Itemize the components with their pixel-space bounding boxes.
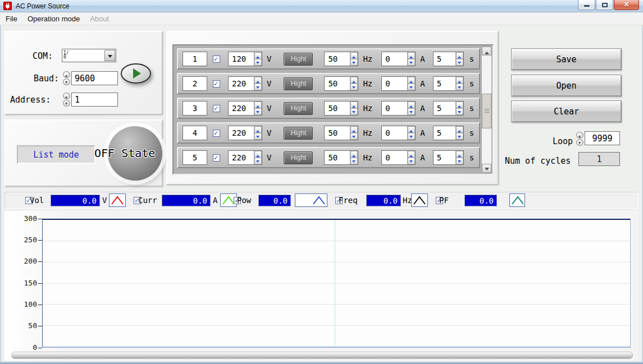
com-dropdown-button[interactable]: [104, 50, 115, 61]
time-value[interactable]: 5: [434, 151, 455, 164]
time-spinner[interactable]: 5: [433, 150, 464, 165]
step-enable-checkbox[interactable]: [213, 56, 220, 63]
spin-up-icon[interactable]: [254, 102, 262, 108]
address-field[interactable]: 1: [71, 93, 118, 107]
address-spinner-arrows[interactable]: [63, 93, 71, 107]
spin-down-icon[interactable]: [350, 59, 358, 66]
hight-range-button[interactable]: Hight: [284, 102, 313, 115]
current-value[interactable]: 0: [382, 77, 407, 90]
current-spinner[interactable]: 0: [381, 126, 416, 140]
frequency-spinner[interactable]: 50: [324, 126, 358, 140]
time-spinner[interactable]: 5: [433, 126, 464, 140]
spin-up-icon[interactable]: [350, 77, 358, 84]
step-enable-checkbox[interactable]: [213, 80, 220, 87]
spin-up-icon[interactable]: [456, 151, 463, 158]
spin-up-icon[interactable]: [456, 52, 463, 59]
frequency-value[interactable]: 50: [325, 151, 350, 164]
save-button[interactable]: Save: [511, 48, 622, 70]
voltage-spinner[interactable]: 220: [228, 101, 262, 116]
scroll-up-icon[interactable]: [482, 47, 491, 56]
spin-up-icon[interactable]: [576, 132, 583, 139]
spin-up-icon[interactable]: [408, 151, 415, 158]
time-spinner[interactable]: 5: [433, 76, 464, 91]
step-index-field[interactable]: 5: [183, 150, 207, 165]
step-list-scrollbar[interactable]: [482, 47, 491, 173]
spin-down-icon[interactable]: [456, 108, 463, 115]
voltage-spinner[interactable]: 220: [228, 150, 262, 165]
scroll-down-icon[interactable]: [482, 164, 491, 173]
loop-spinner-arrows[interactable]: [576, 132, 584, 146]
maximize-button[interactable]: [596, 0, 613, 10]
hight-range-button[interactable]: Hight: [284, 127, 313, 140]
spin-down-icon[interactable]: [456, 59, 463, 66]
time-spinner[interactable]: 5: [433, 101, 464, 116]
scrollbar-thumb[interactable]: [482, 94, 491, 128]
frequency-spinner[interactable]: 50: [324, 150, 358, 165]
step-index-field[interactable]: 2: [183, 76, 207, 91]
loop-field[interactable]: 9999: [585, 131, 620, 145]
spin-down-icon[interactable]: [408, 108, 415, 115]
com-port-combo[interactable]: I/0: [62, 49, 116, 62]
connect-run-button[interactable]: [121, 63, 151, 84]
frequency-value[interactable]: 50: [325, 77, 350, 90]
current-spinner[interactable]: 0: [381, 101, 416, 116]
current-value[interactable]: 0: [382, 52, 407, 66]
spin-up-icon[interactable]: [63, 71, 70, 78]
minimize-button[interactable]: [578, 0, 595, 10]
spin-down-icon[interactable]: [350, 133, 358, 140]
spin-down-icon[interactable]: [408, 84, 415, 90]
step-index-field[interactable]: 4: [183, 126, 207, 140]
menu-operation-mode[interactable]: Operation mode: [22, 13, 85, 25]
spin-down-icon[interactable]: [254, 158, 262, 164]
spin-up-icon[interactable]: [350, 52, 358, 59]
voltage-spinner[interactable]: 220: [228, 76, 262, 91]
spin-up-icon[interactable]: [408, 102, 415, 108]
spin-down-icon[interactable]: [408, 158, 415, 164]
frequency-value[interactable]: 50: [325, 126, 350, 140]
baud-field[interactable]: 9600: [71, 71, 118, 85]
step-enable-checkbox[interactable]: [213, 154, 220, 162]
voltage-value[interactable]: 120: [229, 52, 254, 66]
voltage-value[interactable]: 220: [229, 102, 254, 115]
spin-up-icon[interactable]: [408, 126, 415, 133]
spin-down-icon[interactable]: [254, 108, 262, 115]
hight-range-button[interactable]: Hight: [284, 151, 313, 164]
spin-down-icon[interactable]: [254, 59, 262, 66]
time-value[interactable]: 5: [434, 52, 455, 66]
voltage-value[interactable]: 220: [229, 151, 254, 164]
current-spinner[interactable]: 0: [381, 150, 416, 165]
list-mode-button[interactable]: List mode: [17, 145, 95, 164]
menu-file[interactable]: File: [1, 13, 22, 25]
hight-range-button[interactable]: Hight: [284, 77, 313, 90]
clear-button[interactable]: Clear: [511, 100, 622, 122]
spin-down-icon[interactable]: [63, 79, 70, 85]
spin-up-icon[interactable]: [408, 52, 415, 59]
spin-down-icon[interactable]: [350, 84, 358, 90]
step-index-field[interactable]: 1: [183, 52, 207, 66]
current-spinner[interactable]: 0: [381, 52, 416, 66]
step-index-field[interactable]: 3: [183, 101, 207, 116]
frequency-value[interactable]: 50: [325, 102, 350, 115]
current-value[interactable]: 0: [382, 126, 407, 140]
open-button[interactable]: Open: [511, 75, 622, 96]
spin-up-icon[interactable]: [456, 77, 463, 84]
spin-up-icon[interactable]: [350, 126, 358, 133]
spin-up-icon[interactable]: [254, 52, 262, 59]
spin-up-icon[interactable]: [254, 126, 262, 133]
spin-down-icon[interactable]: [408, 133, 415, 140]
spin-up-icon[interactable]: [254, 77, 262, 84]
graph-horizontal-scrollbar[interactable]: [11, 352, 633, 359]
frequency-spinner[interactable]: 50: [324, 52, 358, 66]
spin-down-icon[interactable]: [408, 59, 415, 66]
spin-down-icon[interactable]: [350, 108, 358, 115]
spin-up-icon[interactable]: [456, 126, 463, 133]
step-enable-checkbox[interactable]: [213, 130, 220, 137]
spin-down-icon[interactable]: [456, 158, 463, 164]
spin-up-icon[interactable]: [350, 151, 358, 158]
step-enable-checkbox[interactable]: [213, 105, 220, 112]
frequency-spinner[interactable]: 50: [324, 101, 358, 116]
spin-down-icon[interactable]: [63, 100, 70, 107]
time-value[interactable]: 5: [434, 77, 455, 90]
spin-down-icon[interactable]: [576, 139, 583, 146]
spin-down-icon[interactable]: [254, 133, 262, 140]
